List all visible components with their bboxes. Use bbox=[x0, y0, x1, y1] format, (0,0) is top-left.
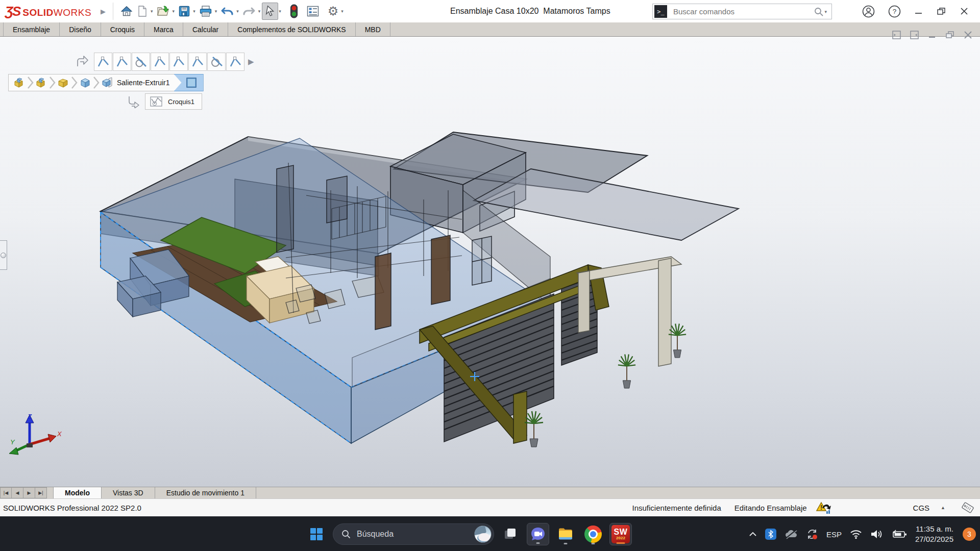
select-tool-button[interactable] bbox=[262, 3, 278, 20]
context-toolbar: ▶ bbox=[75, 53, 254, 71]
tab-diseno[interactable]: Diseño bbox=[60, 22, 101, 36]
featuremanager-collapsed-handle[interactable] bbox=[0, 240, 7, 270]
sketch-line-tool-button[interactable] bbox=[169, 53, 188, 71]
sketch-label: Croquis1 bbox=[168, 98, 194, 106]
reference-triad: Z Y X bbox=[7, 413, 63, 460]
print-button[interactable] bbox=[197, 3, 214, 20]
save-dropdown[interactable]: ▾ bbox=[193, 9, 195, 14]
undo-button[interactable] bbox=[218, 3, 236, 20]
active-app-indicator bbox=[617, 542, 625, 544]
new-document-dropdown[interactable]: ▾ bbox=[151, 9, 153, 14]
battery-charging-icon[interactable] bbox=[892, 529, 907, 539]
undo-dropdown[interactable]: ▾ bbox=[236, 9, 239, 14]
file-explorer-button[interactable] bbox=[554, 523, 577, 545]
unit-system-label[interactable]: CGS bbox=[913, 504, 930, 512]
traffic-light-icon bbox=[290, 4, 298, 18]
part-icon[interactable] bbox=[57, 77, 70, 89]
triad-y-label: Y bbox=[10, 438, 15, 446]
bluetooth-icon[interactable] bbox=[765, 529, 776, 540]
search-input[interactable] bbox=[672, 7, 814, 16]
options-button[interactable]: ⚙ bbox=[326, 3, 341, 20]
volume-icon[interactable] bbox=[870, 529, 884, 540]
open-dropdown[interactable]: ▾ bbox=[173, 9, 175, 14]
sketch-line-tool-button[interactable] bbox=[226, 53, 244, 71]
user-account-icon[interactable] bbox=[862, 5, 875, 18]
breadcrumb-feature-label[interactable]: Saliente-Extruir1 bbox=[117, 79, 170, 87]
sketch-circle-tool-button[interactable] bbox=[132, 53, 150, 71]
command-search[interactable]: >_ ▾ bbox=[652, 4, 832, 19]
tab-vistas-3d[interactable]: Vistas 3D bbox=[102, 487, 155, 498]
tab-calcular[interactable]: Calcular bbox=[183, 22, 228, 36]
video-chat-app-button[interactable] bbox=[527, 523, 549, 545]
redo-dropdown[interactable]: ▾ bbox=[258, 9, 261, 14]
chrome-button[interactable] bbox=[582, 523, 604, 545]
rebuild-warning-icon[interactable]: ! bbox=[816, 500, 831, 515]
taskbar-clock[interactable]: 11:35 a. m. 27/02/2025 bbox=[915, 524, 953, 545]
restore-window-icon[interactable] bbox=[937, 7, 946, 16]
print-icon bbox=[199, 5, 212, 17]
options-dropdown[interactable]: ▾ bbox=[341, 9, 344, 14]
unit-system-caret-icon[interactable]: ▲ bbox=[941, 505, 945, 510]
search-dropdown[interactable]: ▾ bbox=[824, 9, 827, 14]
taskbar-search-box[interactable]: Búsqueda bbox=[333, 523, 494, 545]
select-cursor-icon bbox=[264, 5, 276, 17]
properties-button[interactable] bbox=[304, 3, 322, 20]
tags-icon[interactable] bbox=[961, 501, 975, 514]
tab-modelo[interactable]: Modelo bbox=[53, 487, 102, 498]
search-icon[interactable] bbox=[814, 7, 824, 17]
tray-expand-chevron-icon[interactable] bbox=[749, 531, 757, 537]
redo-button[interactable] bbox=[240, 3, 258, 20]
3d-viewport[interactable]: ▶ Saliente-Extruir1 Croquis1 Z Y bbox=[0, 37, 980, 487]
solid-body-icon[interactable] bbox=[79, 77, 92, 89]
breadcrumb-chevron-icon bbox=[71, 76, 78, 89]
sketch-item-button[interactable]: Croquis1 bbox=[145, 93, 202, 110]
keyboard-language-button[interactable]: ESP bbox=[826, 530, 842, 539]
tab-estudio-movimiento[interactable]: Estudio de movimiento 1 bbox=[155, 487, 256, 498]
scroll-last-button[interactable]: ▶| bbox=[35, 487, 47, 498]
sketch-circle-tool-button[interactable] bbox=[207, 53, 226, 71]
sketch-line-tool-button[interactable] bbox=[188, 53, 207, 71]
print-dropdown[interactable]: ▾ bbox=[215, 9, 217, 14]
task-view-button[interactable] bbox=[499, 523, 522, 545]
save-button[interactable] bbox=[176, 3, 192, 20]
status-bar: SOLIDWORKS Professional 2022 SP2.0 Insuf… bbox=[0, 498, 980, 516]
file-explorer-icon bbox=[557, 526, 574, 542]
tab-marca[interactable]: Marca bbox=[144, 22, 183, 36]
help-icon[interactable]: ? bbox=[888, 5, 901, 18]
tab-ensamblaje[interactable]: Ensamblaje bbox=[3, 22, 60, 36]
context-toolbar-more-button[interactable]: ▶ bbox=[248, 57, 254, 66]
tab-croquis[interactable]: Croquis bbox=[101, 22, 144, 36]
branch-arrow-icon bbox=[75, 54, 90, 69]
menu-flyout-arrow-icon[interactable]: ▶ bbox=[101, 8, 106, 15]
onedrive-paused-icon[interactable] bbox=[785, 529, 798, 539]
home-button[interactable] bbox=[118, 3, 135, 20]
scroll-next-button[interactable]: ▶ bbox=[23, 487, 35, 498]
wifi-icon[interactable] bbox=[850, 529, 862, 539]
scroll-prev-button[interactable]: ◀ bbox=[12, 487, 23, 498]
assembly-part-icon[interactable] bbox=[35, 77, 48, 89]
sketch-line-tool-button[interactable] bbox=[94, 53, 112, 71]
start-button[interactable] bbox=[305, 523, 328, 545]
sync-update-icon[interactable] bbox=[806, 528, 818, 540]
search-highlight-image[interactable] bbox=[474, 525, 492, 543]
solidworks-badge-text: SW bbox=[614, 528, 628, 536]
open-button[interactable] bbox=[155, 3, 172, 20]
extrude-feature-icon[interactable] bbox=[101, 77, 115, 89]
breadcrumb-sketch-selected[interactable] bbox=[174, 74, 204, 91]
logo-works: WORKS bbox=[54, 7, 91, 18]
rebuild-button[interactable] bbox=[288, 3, 300, 20]
tab-complementos[interactable]: Complementos de SOLIDWORKS bbox=[228, 22, 355, 36]
new-document-button[interactable] bbox=[135, 3, 150, 20]
tab-mbd[interactable]: MBD bbox=[356, 22, 390, 36]
close-window-icon[interactable] bbox=[960, 7, 969, 16]
minimize-window-icon[interactable] bbox=[914, 7, 923, 16]
breadcrumb-chevron-icon bbox=[27, 76, 34, 89]
solidworks-taskbar-button[interactable]: SW 2022 bbox=[609, 523, 632, 545]
scroll-first-button[interactable]: |◀ bbox=[0, 487, 12, 498]
notification-badge[interactable]: 3 bbox=[963, 528, 976, 541]
assembly-part-icon[interactable] bbox=[13, 77, 26, 89]
triad-z-label: Z bbox=[27, 413, 32, 420]
sketch-line-tool-button[interactable] bbox=[113, 53, 131, 71]
sketch-line-tool-button[interactable] bbox=[151, 53, 169, 71]
select-tool-dropdown[interactable]: ▾ bbox=[279, 9, 281, 14]
